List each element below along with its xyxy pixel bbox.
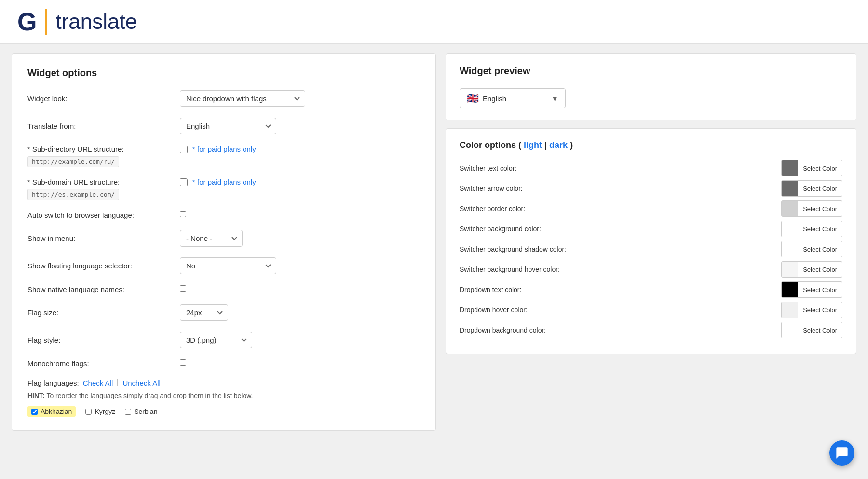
sub-directory-url: http://example.com/ru/ bbox=[27, 156, 119, 167]
color-dark-link[interactable]: dark bbox=[549, 140, 568, 150]
flag-style-control: 3D (.png) Flat (.png) Flat (.svg) bbox=[180, 332, 420, 348]
color-select-label-1: Select Color bbox=[798, 185, 842, 192]
sub-directory-paid-link[interactable]: * for paid plans only bbox=[192, 145, 256, 153]
flag-languages-label: Flag languages: bbox=[27, 379, 79, 387]
widget-look-select[interactable]: Nice dropdown with flags Simple dropdown… bbox=[180, 90, 305, 107]
widget-look-label: Widget look: bbox=[27, 94, 172, 103]
color-swatch-4 bbox=[782, 241, 798, 257]
show-native-row: Show native language names: bbox=[27, 285, 420, 293]
show-floating-row: Show floating language selector: No Yes bbox=[27, 257, 420, 274]
preview-language: English bbox=[483, 94, 506, 103]
lang-checkbox-kyrgyz[interactable] bbox=[85, 409, 92, 415]
lang-checkbox-serbian[interactable] bbox=[125, 409, 131, 415]
lang-label-serbian: Serbian bbox=[134, 408, 157, 415]
show-in-menu-label: Show in menu: bbox=[27, 234, 172, 242]
right-panel: Widget preview 🇬🇧 English ▼ Color option… bbox=[446, 53, 856, 354]
auto-switch-row: Auto switch to browser language: bbox=[27, 211, 420, 219]
lang-list: Abkhazian Kyrgyz Serbian bbox=[27, 406, 420, 417]
color-swatch-btn-7[interactable]: Select Color bbox=[781, 302, 842, 318]
color-row-7: Dropdown hover color:Select Color bbox=[460, 302, 842, 318]
color-swatch-5 bbox=[782, 261, 798, 278]
color-options-label: Color options ( bbox=[460, 140, 521, 150]
widget-look-row: Widget look: Nice dropdown with flags Si… bbox=[27, 90, 420, 107]
sub-domain-paid-link[interactable]: * for paid plans only bbox=[192, 178, 256, 186]
color-select-label-6: Select Color bbox=[798, 286, 842, 293]
color-swatch-btn-6[interactable]: Select Color bbox=[781, 281, 842, 298]
color-row-5: Switcher background hover color:Select C… bbox=[460, 261, 842, 278]
color-row-label-0: Switcher text color: bbox=[460, 164, 775, 172]
color-swatch-btn-3[interactable]: Select Color bbox=[781, 221, 842, 237]
color-swatch-2 bbox=[782, 200, 798, 217]
flag-languages-divider: | bbox=[117, 378, 119, 387]
lang-checkbox-abkhazian[interactable] bbox=[31, 409, 38, 415]
color-select-label-2: Select Color bbox=[798, 205, 842, 213]
color-row-label-1: Switcher arrow color: bbox=[460, 185, 775, 192]
widget-look-control: Nice dropdown with flags Simple dropdown… bbox=[180, 90, 420, 107]
monochrome-checkbox[interactable] bbox=[180, 359, 186, 366]
show-native-control bbox=[180, 285, 420, 293]
color-select-label-4: Select Color bbox=[798, 246, 842, 253]
logo-divider bbox=[45, 9, 47, 35]
translate-from-select[interactable]: English Auto detect French bbox=[180, 118, 276, 134]
check-all-link[interactable]: Check All bbox=[83, 379, 113, 387]
monochrome-label: Monochrome flags: bbox=[27, 359, 172, 368]
color-select-label-0: Select Color bbox=[798, 165, 842, 172]
logo-g: G bbox=[17, 9, 37, 34]
chat-bubble[interactable] bbox=[829, 440, 854, 466]
sub-directory-label-block: * Sub-directory URL structure: http://ex… bbox=[27, 145, 172, 167]
show-floating-select[interactable]: No Yes bbox=[180, 257, 276, 274]
color-swatch-6 bbox=[782, 281, 798, 298]
hint-label: HINT: bbox=[27, 392, 45, 399]
color-light-link[interactable]: light bbox=[524, 140, 542, 150]
color-swatch-3 bbox=[782, 221, 798, 237]
translate-from-label: Translate from: bbox=[27, 122, 172, 130]
widget-options-title: Widget options bbox=[27, 67, 420, 79]
flag-style-select[interactable]: 3D (.png) Flat (.png) Flat (.svg) bbox=[180, 332, 252, 348]
color-select-label-8: Select Color bbox=[798, 327, 842, 334]
flag-style-label: Flag style: bbox=[27, 336, 172, 344]
flag-size-control: 16px 24px 32px 48px bbox=[180, 304, 420, 321]
auto-switch-checkbox[interactable] bbox=[180, 211, 186, 217]
chat-icon bbox=[835, 446, 849, 460]
color-swatch-btn-0[interactable]: Select Color bbox=[781, 160, 842, 176]
show-native-checkbox[interactable] bbox=[180, 285, 186, 292]
flag-size-label: Flag size: bbox=[27, 308, 172, 317]
uncheck-all-link[interactable]: Uncheck All bbox=[122, 379, 160, 387]
show-in-menu-select[interactable]: - None - Header Footer Sidebar bbox=[180, 230, 243, 247]
color-options-box: Color options ( light | dark ) Switcher … bbox=[446, 128, 856, 354]
sub-domain-checkbox[interactable] bbox=[180, 178, 188, 186]
color-swatch-btn-5[interactable]: Select Color bbox=[781, 261, 842, 278]
show-floating-control: No Yes bbox=[180, 257, 420, 274]
color-swatch-7 bbox=[782, 302, 798, 318]
color-swatch-btn-8[interactable]: Select Color bbox=[781, 322, 842, 338]
preview-flag: 🇬🇧 bbox=[467, 93, 479, 104]
color-select-label-5: Select Color bbox=[798, 266, 842, 273]
sub-domain-url: http://es.example.com/ bbox=[27, 189, 119, 200]
color-swatch-btn-4[interactable]: Select Color bbox=[781, 241, 842, 257]
color-swatch-btn-1[interactable]: Select Color bbox=[781, 180, 842, 197]
preview-dropdown[interactable]: 🇬🇧 English ▼ bbox=[460, 88, 566, 108]
color-separator: | bbox=[544, 140, 547, 150]
color-swatch-0 bbox=[782, 160, 798, 176]
color-swatch-btn-2[interactable]: Select Color bbox=[781, 200, 842, 217]
color-swatch-8 bbox=[782, 322, 798, 338]
color-rows-container: Switcher text color:Select ColorSwitcher… bbox=[460, 160, 842, 338]
header: G translate bbox=[0, 0, 868, 44]
color-row-label-3: Switcher background color: bbox=[460, 225, 775, 233]
color-row-label-6: Dropdown text color: bbox=[460, 286, 775, 293]
auto-switch-label: Auto switch to browser language: bbox=[27, 211, 172, 219]
flag-size-select[interactable]: 16px 24px 32px 48px bbox=[180, 304, 228, 321]
color-swatch-1 bbox=[782, 180, 798, 197]
sub-directory-checkbox[interactable] bbox=[180, 146, 188, 153]
color-row-label-7: Dropdown hover color: bbox=[460, 306, 775, 314]
hint-row: HINT: To reorder the languages simply dr… bbox=[27, 392, 420, 399]
show-floating-label: Show floating language selector: bbox=[27, 262, 172, 270]
sub-domain-label: * Sub-domain URL structure: bbox=[27, 178, 172, 186]
color-options-title: Color options ( light | dark ) bbox=[460, 140, 842, 150]
sub-directory-label: * Sub-directory URL structure: bbox=[27, 145, 172, 153]
translate-from-control: English Auto detect French bbox=[180, 118, 420, 134]
hint-text: To reorder the languages simply drag and… bbox=[46, 392, 253, 399]
lang-label-kyrgyz: Kyrgyz bbox=[95, 408, 115, 415]
widget-options-panel: Widget options Widget look: Nice dropdow… bbox=[12, 53, 436, 431]
auto-switch-control bbox=[180, 211, 420, 219]
